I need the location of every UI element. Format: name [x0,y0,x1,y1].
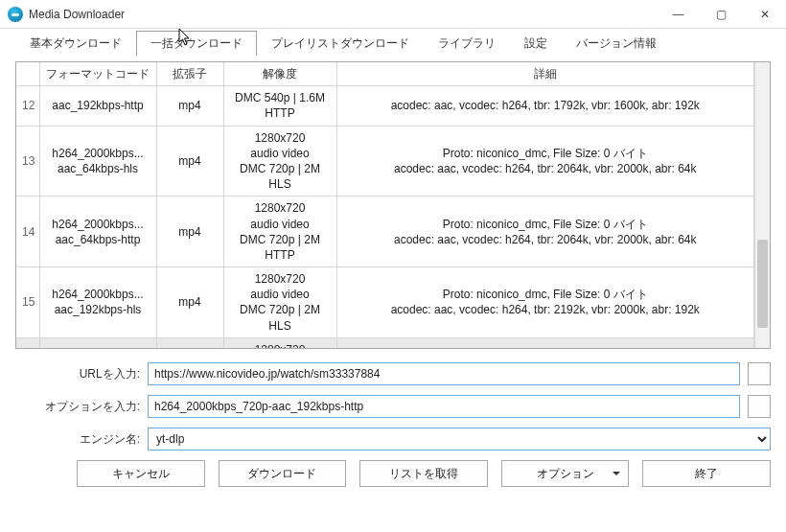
tab-settings[interactable]: 設定 [510,31,562,56]
engine-select[interactable]: yt-dlp [148,428,771,451]
url-side-button[interactable] [748,362,771,385]
input-form: URLを入力: オプションを入力: エンジン名: yt-dlp [15,362,771,451]
cell-res: 1280x720 audio video DMC 720p | 2M HLS [223,267,336,338]
cell-ext: mp4 [156,86,223,126]
table-row[interactable]: 16h264_2000kbps... aac_192kbps-httpmp412… [16,337,754,348]
option-input[interactable] [148,395,740,418]
tab-batch-download[interactable]: 一括ダウンロード [136,31,257,56]
window-maximize-button[interactable]: ▢ [700,0,743,29]
download-button[interactable]: ダウンロード [219,460,347,487]
cell-detail: acodec: aac, vcodec: h264, tbr: 1792k, v… [336,86,754,126]
tab-library[interactable]: ライブラリ [424,31,510,56]
option-side-button[interactable] [748,395,771,418]
table-scrollbar[interactable] [754,62,770,348]
options-button[interactable]: オプション [501,460,630,487]
table-row[interactable]: 14h264_2000kbps... aac_64kbps-httpmp4128… [16,197,754,267]
tab-strip: 基本ダウンロード 一括ダウンロード プレイリストダウンロード ライブラリ 設定 … [0,29,786,56]
tab-basic-download[interactable]: 基本ダウンロード [15,31,136,56]
table-row[interactable]: 13h264_2000kbps... aac_64kbps-hlsmp41280… [16,126,754,197]
chevron-down-icon [613,472,620,479]
table-row[interactable]: 12aac_192kbps-httpmp4DMC 540p | 1.6M HTT… [16,86,754,126]
cell-detail: Proto: niconico_dmc, File Size: 0 バイト ac… [336,126,754,197]
col-header-ext[interactable]: 拡張子 [156,62,223,86]
titlebar: Media Downloader — ▢ ✕ [0,0,786,29]
options-button-label: オプション [537,466,594,482]
col-header-res[interactable]: 解像度 [223,62,336,86]
cell-detail: Proto: niconico_dmc, File Size: 0 バイト ac… [336,197,754,267]
cell-ext: mp4 [156,267,223,338]
table-row[interactable]: 15h264_2000kbps... aac_192kbps-hlsmp4128… [16,267,754,338]
quit-button[interactable]: 終了 [642,460,771,487]
cell-ext: mp4 [156,197,223,267]
cell-detail: Proto: niconico_dmc, File Size: 0 バイト ac… [336,267,754,338]
cell-n: 16 [16,337,39,348]
url-label: URLを入力: [15,366,140,382]
cell-format: h264_2000kbps... aac_192kbps-http [39,337,156,348]
window-title: Media Downloader [29,8,125,21]
cell-ext: mp4 [156,337,223,348]
col-header-index[interactable] [16,62,39,86]
cell-format: h264_2000kbps... aac_192kbps-hls [39,267,156,338]
cell-n: 13 [16,126,39,197]
cell-res: 1280x720 audio video DMC 720p | 2M HTTP [223,197,336,267]
url-input[interactable] [148,362,740,385]
window-close-button[interactable]: ✕ [743,0,786,29]
cell-format: h264_2000kbps... aac_64kbps-http [39,197,156,267]
cell-ext: mp4 [156,126,223,197]
app-icon [8,7,23,22]
cell-format: h264_2000kbps... aac_64kbps-hls [39,126,156,197]
cell-n: 14 [16,197,39,267]
scrollbar-thumb[interactable] [757,240,768,328]
window-minimize-button[interactable]: — [657,0,700,29]
col-header-format[interactable]: フォーマットコード [39,62,156,86]
cell-format: aac_192kbps-http [39,86,156,126]
cell-res: 1280x720 audio video DMC 720p | 2M HLS [223,126,336,197]
button-row: キャンセル ダウンロード リストを取得 オプション 終了 [15,460,771,487]
option-label: オプションを入力: [15,399,140,415]
tab-about[interactable]: バージョン情報 [562,31,671,56]
cell-n: 15 [16,267,39,338]
engine-label: エンジン名: [15,431,140,448]
formats-table: フォーマットコード 拡張子 解像度 詳細 12aac_192kbps-httpm… [15,61,771,349]
cell-res: DMC 540p | 1.6M HTTP [223,86,336,126]
cell-res: 1280x720 audio video DMC 720p | 2M HTTP [223,337,336,348]
cancel-button[interactable]: キャンセル [77,460,205,487]
getlist-button[interactable]: リストを取得 [359,460,488,487]
cell-detail: Proto: niconico_dmc, File Size: 0 バイト ac… [336,337,754,348]
cell-n: 12 [16,86,39,126]
tab-playlist-download[interactable]: プレイリストダウンロード [257,31,424,56]
col-header-detail[interactable]: 詳細 [336,62,754,86]
table-header-row: フォーマットコード 拡張子 解像度 詳細 [16,62,754,86]
